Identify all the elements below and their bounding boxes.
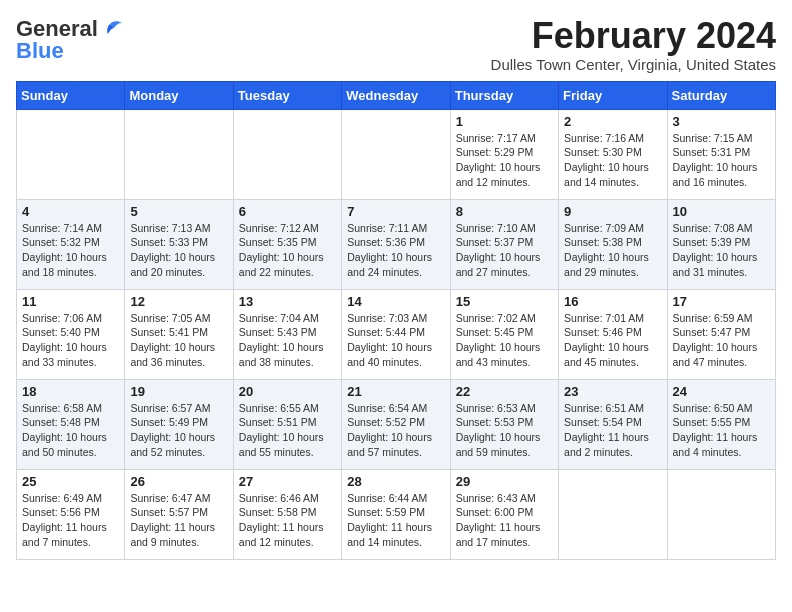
day-number: 4 (22, 204, 119, 219)
calendar-cell: 14Sunrise: 7:03 AM Sunset: 5:44 PM Dayli… (342, 289, 450, 379)
calendar-cell: 26Sunrise: 6:47 AM Sunset: 5:57 PM Dayli… (125, 469, 233, 559)
day-info: Sunrise: 7:14 AM Sunset: 5:32 PM Dayligh… (22, 221, 119, 280)
day-info: Sunrise: 6:51 AM Sunset: 5:54 PM Dayligh… (564, 401, 661, 460)
day-number: 17 (673, 294, 770, 309)
day-info: Sunrise: 7:15 AM Sunset: 5:31 PM Dayligh… (673, 131, 770, 190)
calendar-cell: 15Sunrise: 7:02 AM Sunset: 5:45 PM Dayli… (450, 289, 558, 379)
day-info: Sunrise: 7:05 AM Sunset: 5:41 PM Dayligh… (130, 311, 227, 370)
day-number: 5 (130, 204, 227, 219)
day-info: Sunrise: 6:46 AM Sunset: 5:58 PM Dayligh… (239, 491, 336, 550)
day-number: 23 (564, 384, 661, 399)
calendar-cell (667, 469, 775, 559)
calendar-cell: 11Sunrise: 7:06 AM Sunset: 5:40 PM Dayli… (17, 289, 125, 379)
day-info: Sunrise: 7:09 AM Sunset: 5:38 PM Dayligh… (564, 221, 661, 280)
calendar-cell: 24Sunrise: 6:50 AM Sunset: 5:55 PM Dayli… (667, 379, 775, 469)
day-number: 12 (130, 294, 227, 309)
day-info: Sunrise: 6:54 AM Sunset: 5:52 PM Dayligh… (347, 401, 444, 460)
day-info: Sunrise: 7:11 AM Sunset: 5:36 PM Dayligh… (347, 221, 444, 280)
day-header-thursday: Thursday (450, 81, 558, 109)
day-info: Sunrise: 6:57 AM Sunset: 5:49 PM Dayligh… (130, 401, 227, 460)
header: General Blue February 2024 Dulles Town C… (16, 16, 776, 73)
calendar-cell (17, 109, 125, 199)
calendar-cell (559, 469, 667, 559)
day-info: Sunrise: 7:16 AM Sunset: 5:30 PM Dayligh… (564, 131, 661, 190)
week-row-3: 11Sunrise: 7:06 AM Sunset: 5:40 PM Dayli… (17, 289, 776, 379)
title-area: February 2024 Dulles Town Center, Virgin… (491, 16, 776, 73)
location-title: Dulles Town Center, Virginia, United Sta… (491, 56, 776, 73)
day-info: Sunrise: 6:47 AM Sunset: 5:57 PM Dayligh… (130, 491, 227, 550)
day-info: Sunrise: 7:06 AM Sunset: 5:40 PM Dayligh… (22, 311, 119, 370)
calendar-cell: 18Sunrise: 6:58 AM Sunset: 5:48 PM Dayli… (17, 379, 125, 469)
calendar-cell: 7Sunrise: 7:11 AM Sunset: 5:36 PM Daylig… (342, 199, 450, 289)
day-number: 7 (347, 204, 444, 219)
calendar-cell (233, 109, 341, 199)
calendar-cell: 23Sunrise: 6:51 AM Sunset: 5:54 PM Dayli… (559, 379, 667, 469)
calendar-cell: 29Sunrise: 6:43 AM Sunset: 6:00 PM Dayli… (450, 469, 558, 559)
day-number: 3 (673, 114, 770, 129)
day-info: Sunrise: 6:44 AM Sunset: 5:59 PM Dayligh… (347, 491, 444, 550)
calendar-cell: 17Sunrise: 6:59 AM Sunset: 5:47 PM Dayli… (667, 289, 775, 379)
calendar-cell (125, 109, 233, 199)
calendar-cell (342, 109, 450, 199)
calendar-cell: 8Sunrise: 7:10 AM Sunset: 5:37 PM Daylig… (450, 199, 558, 289)
day-number: 28 (347, 474, 444, 489)
day-info: Sunrise: 7:13 AM Sunset: 5:33 PM Dayligh… (130, 221, 227, 280)
calendar-cell: 3Sunrise: 7:15 AM Sunset: 5:31 PM Daylig… (667, 109, 775, 199)
day-number: 21 (347, 384, 444, 399)
calendar-cell: 22Sunrise: 6:53 AM Sunset: 5:53 PM Dayli… (450, 379, 558, 469)
day-number: 15 (456, 294, 553, 309)
week-row-4: 18Sunrise: 6:58 AM Sunset: 5:48 PM Dayli… (17, 379, 776, 469)
day-header-tuesday: Tuesday (233, 81, 341, 109)
day-info: Sunrise: 7:17 AM Sunset: 5:29 PM Dayligh… (456, 131, 553, 190)
logo-blue: Blue (16, 38, 64, 64)
header-row: SundayMondayTuesdayWednesdayThursdayFrid… (17, 81, 776, 109)
day-info: Sunrise: 7:01 AM Sunset: 5:46 PM Dayligh… (564, 311, 661, 370)
day-number: 24 (673, 384, 770, 399)
calendar-cell: 19Sunrise: 6:57 AM Sunset: 5:49 PM Dayli… (125, 379, 233, 469)
calendar-table: SundayMondayTuesdayWednesdayThursdayFrid… (16, 81, 776, 560)
day-number: 25 (22, 474, 119, 489)
day-info: Sunrise: 6:55 AM Sunset: 5:51 PM Dayligh… (239, 401, 336, 460)
day-number: 14 (347, 294, 444, 309)
calendar-cell: 13Sunrise: 7:04 AM Sunset: 5:43 PM Dayli… (233, 289, 341, 379)
day-number: 29 (456, 474, 553, 489)
week-row-1: 1Sunrise: 7:17 AM Sunset: 5:29 PM Daylig… (17, 109, 776, 199)
calendar-cell: 21Sunrise: 6:54 AM Sunset: 5:52 PM Dayli… (342, 379, 450, 469)
day-number: 6 (239, 204, 336, 219)
day-info: Sunrise: 6:49 AM Sunset: 5:56 PM Dayligh… (22, 491, 119, 550)
day-info: Sunrise: 7:02 AM Sunset: 5:45 PM Dayligh… (456, 311, 553, 370)
day-info: Sunrise: 6:50 AM Sunset: 5:55 PM Dayligh… (673, 401, 770, 460)
day-number: 2 (564, 114, 661, 129)
week-row-2: 4Sunrise: 7:14 AM Sunset: 5:32 PM Daylig… (17, 199, 776, 289)
day-number: 27 (239, 474, 336, 489)
day-info: Sunrise: 7:12 AM Sunset: 5:35 PM Dayligh… (239, 221, 336, 280)
month-title: February 2024 (491, 16, 776, 56)
day-number: 26 (130, 474, 227, 489)
day-number: 13 (239, 294, 336, 309)
day-number: 19 (130, 384, 227, 399)
calendar-cell: 1Sunrise: 7:17 AM Sunset: 5:29 PM Daylig… (450, 109, 558, 199)
calendar-cell: 25Sunrise: 6:49 AM Sunset: 5:56 PM Dayli… (17, 469, 125, 559)
calendar-cell: 27Sunrise: 6:46 AM Sunset: 5:58 PM Dayli… (233, 469, 341, 559)
day-info: Sunrise: 7:03 AM Sunset: 5:44 PM Dayligh… (347, 311, 444, 370)
day-header-wednesday: Wednesday (342, 81, 450, 109)
calendar-cell: 2Sunrise: 7:16 AM Sunset: 5:30 PM Daylig… (559, 109, 667, 199)
day-number: 1 (456, 114, 553, 129)
day-number: 8 (456, 204, 553, 219)
day-header-monday: Monday (125, 81, 233, 109)
calendar-cell: 28Sunrise: 6:44 AM Sunset: 5:59 PM Dayli… (342, 469, 450, 559)
day-number: 9 (564, 204, 661, 219)
calendar-cell: 12Sunrise: 7:05 AM Sunset: 5:41 PM Dayli… (125, 289, 233, 379)
day-info: Sunrise: 6:43 AM Sunset: 6:00 PM Dayligh… (456, 491, 553, 550)
calendar-cell: 6Sunrise: 7:12 AM Sunset: 5:35 PM Daylig… (233, 199, 341, 289)
day-info: Sunrise: 7:10 AM Sunset: 5:37 PM Dayligh… (456, 221, 553, 280)
day-info: Sunrise: 6:58 AM Sunset: 5:48 PM Dayligh… (22, 401, 119, 460)
day-header-friday: Friday (559, 81, 667, 109)
calendar-cell: 4Sunrise: 7:14 AM Sunset: 5:32 PM Daylig… (17, 199, 125, 289)
day-info: Sunrise: 7:04 AM Sunset: 5:43 PM Dayligh… (239, 311, 336, 370)
day-info: Sunrise: 7:08 AM Sunset: 5:39 PM Dayligh… (673, 221, 770, 280)
week-row-5: 25Sunrise: 6:49 AM Sunset: 5:56 PM Dayli… (17, 469, 776, 559)
calendar-cell: 20Sunrise: 6:55 AM Sunset: 5:51 PM Dayli… (233, 379, 341, 469)
day-number: 18 (22, 384, 119, 399)
day-header-saturday: Saturday (667, 81, 775, 109)
